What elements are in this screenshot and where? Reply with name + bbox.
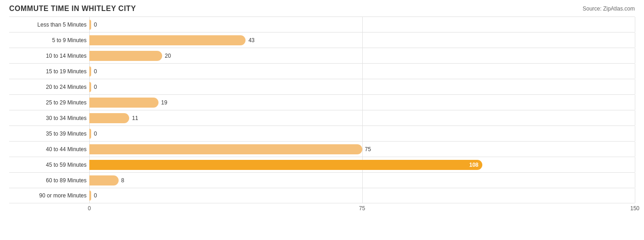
bar: 75 xyxy=(89,144,362,154)
bar-value-inside: 108 xyxy=(469,162,478,168)
bar-label: 45 to 59 Minutes xyxy=(9,162,89,168)
bar-label: 30 to 34 Minutes xyxy=(9,115,89,121)
bar-row: 90 or more Minutes0 xyxy=(9,188,635,203)
bar-row: 40 to 44 Minutes75 xyxy=(9,141,635,157)
bar-label: 20 to 24 Minutes xyxy=(9,84,89,90)
bar-label: 60 to 89 Minutes xyxy=(9,177,89,184)
bar-label: 35 to 39 Minutes xyxy=(9,131,89,137)
chart-source: Source: ZipAtlas.com xyxy=(583,5,635,12)
bar-label: 25 to 29 Minutes xyxy=(9,99,89,106)
bar-row: 10 to 14 Minutes20 xyxy=(9,48,635,63)
bar-row: 25 to 29 Minutes19 xyxy=(9,94,635,110)
bar: 19 xyxy=(89,98,158,108)
bar: 11 xyxy=(89,113,129,123)
bar: 0 xyxy=(89,20,91,30)
bar-row: 15 to 19 Minutes0 xyxy=(9,63,635,79)
bar-value: 0 xyxy=(94,68,97,75)
bar-value: 19 xyxy=(161,99,167,106)
bar-value: 20 xyxy=(165,53,171,59)
bar: 0 xyxy=(89,191,91,201)
bar-value: 43 xyxy=(248,37,254,44)
bar-row: 60 to 89 Minutes8 xyxy=(9,172,635,188)
bar: 108 xyxy=(89,160,482,170)
bar-value: 0 xyxy=(94,131,97,137)
x-tick: 0 xyxy=(88,205,91,212)
chart-title: COMMUTE TIME IN WHITLEY CITY xyxy=(9,5,136,13)
bar: 0 xyxy=(89,82,91,92)
bar-row: 30 to 34 Minutes11 xyxy=(9,110,635,125)
bar-label: 10 to 14 Minutes xyxy=(9,53,89,59)
bar: 43 xyxy=(89,35,246,45)
bar: 20 xyxy=(89,51,162,61)
x-tick: 150 xyxy=(630,205,639,212)
bar-area: 0 xyxy=(89,188,635,203)
bar-value: 0 xyxy=(94,84,97,90)
bar-value: 8 xyxy=(121,177,125,184)
bar-area: 0 xyxy=(89,126,635,141)
chart-container: COMMUTE TIME IN WHITLEY CITY Source: Zip… xyxy=(0,0,644,240)
bar-value: 0 xyxy=(94,192,97,199)
bar: 0 xyxy=(89,66,91,76)
bar-row: Less than 5 Minutes0 xyxy=(9,16,635,32)
bar-area: 19 xyxy=(89,95,635,110)
bar-value: 75 xyxy=(365,146,371,153)
bar-area: 75 xyxy=(89,142,635,157)
bar: 0 xyxy=(89,129,91,139)
bar-area: 8 xyxy=(89,173,635,188)
bar-area: 11 xyxy=(89,110,635,125)
bar-area: 108 xyxy=(89,157,635,172)
bar-area: 43 xyxy=(89,33,635,48)
bar-row: 5 to 9 Minutes43 xyxy=(9,32,635,48)
bar-label: 90 or more Minutes xyxy=(9,192,89,199)
bar-area: 0 xyxy=(89,64,635,79)
bar-label: 5 to 9 Minutes xyxy=(9,37,89,44)
x-axis: 075150 xyxy=(9,205,635,214)
chart-header: COMMUTE TIME IN WHITLEY CITY Source: Zip… xyxy=(9,5,635,13)
bar: 8 xyxy=(89,175,119,185)
bar-row: 20 to 24 Minutes0 xyxy=(9,79,635,94)
bar-label: Less than 5 Minutes xyxy=(9,22,89,28)
bar-area: 20 xyxy=(89,48,635,63)
bar-area: 0 xyxy=(89,79,635,94)
bar-value: 0 xyxy=(94,22,97,28)
bar-value: 11 xyxy=(132,115,138,121)
x-tick: 75 xyxy=(359,205,365,212)
bar-label: 40 to 44 Minutes xyxy=(9,146,89,153)
bar-row: 45 to 59 Minutes108 xyxy=(9,157,635,172)
bar-row: 35 to 39 Minutes0 xyxy=(9,125,635,141)
bar-label: 15 to 19 Minutes xyxy=(9,68,89,75)
bar-area: 0 xyxy=(89,17,635,32)
chart-body: Less than 5 Minutes05 to 9 Minutes4310 t… xyxy=(9,16,635,203)
